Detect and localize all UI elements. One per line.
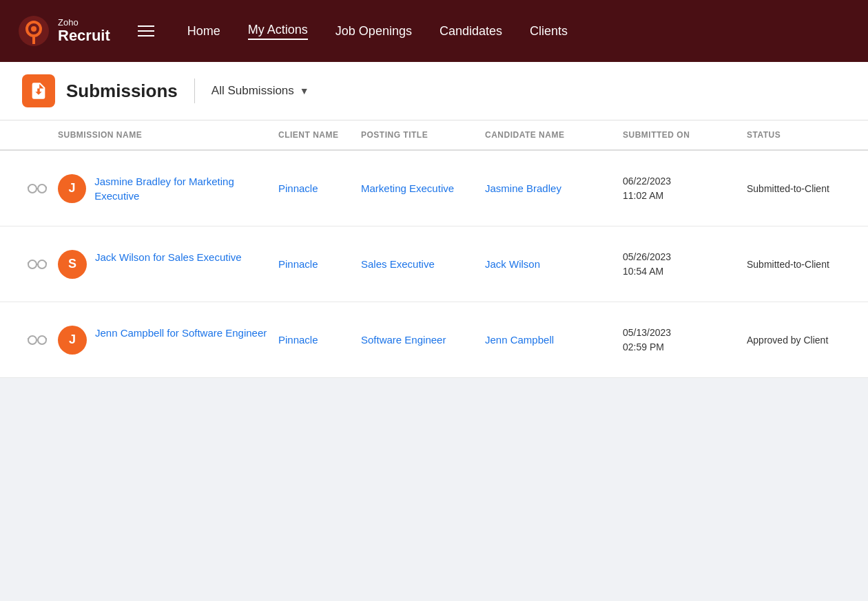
col-header-client-name: CLIENT NAME	[278, 130, 361, 140]
table-header: SUBMISSION NAME CLIENT NAME POSTING TITL…	[0, 120, 868, 151]
table-row: S Jack Wilson for Sales Executive Pinnac…	[0, 226, 868, 302]
col-header-candidate-name: CANDIDATE NAME	[485, 130, 623, 140]
logo-recruit: Recruit	[58, 28, 110, 44]
col-header-status: STATUS	[747, 130, 868, 140]
submissions-icon	[22, 74, 55, 107]
nav-my-actions[interactable]: My Actions	[248, 23, 308, 40]
submission-link-3[interactable]: Jenn Campbell for Software Engineer	[95, 326, 267, 340]
col-header-posting-title: POSTING TITLE	[361, 130, 485, 140]
client-link-1[interactable]: Pinnacle	[278, 182, 318, 194]
submissions-table: SUBMISSION NAME CLIENT NAME POSTING TITL…	[0, 120, 868, 378]
client-name-1: Pinnacle	[278, 181, 361, 196]
svg-point-9	[28, 260, 37, 268]
status-1: Submitted-to-Client	[747, 183, 868, 194]
name-cell-2: S Jack Wilson for Sales Executive	[58, 250, 278, 279]
nav-clients[interactable]: Clients	[530, 24, 568, 39]
avatar-2: S	[58, 250, 87, 279]
status-3: Approved by Client	[747, 335, 868, 346]
svg-point-14	[28, 336, 37, 344]
candidate-link-1[interactable]: Jasmine Bradley	[485, 182, 561, 194]
nav-links: Home My Actions Job Openings Candidates …	[187, 23, 851, 40]
logo: Zoho Recruit	[17, 14, 110, 48]
col-header-submitted-on: SUBMITTED ON	[623, 130, 747, 140]
posting-link-2[interactable]: Sales Executive	[361, 258, 435, 270]
col-header-icon	[17, 130, 58, 140]
submission-link-2[interactable]: Jack Wilson for Sales Executive	[95, 250, 242, 264]
candidate-link-2[interactable]: Jack Wilson	[485, 258, 540, 270]
filter-label: All Submissions	[211, 84, 294, 98]
svg-point-15	[38, 336, 46, 344]
submitted-date-3: 05/13/2023	[623, 326, 747, 340]
submitted-time-3: 02:59 PM	[623, 340, 747, 355]
svg-point-10	[38, 260, 46, 268]
svg-point-4	[28, 184, 37, 193]
header-divider	[194, 78, 195, 103]
page-title: Submissions	[66, 81, 178, 102]
svg-point-3	[31, 26, 37, 32]
submission-link-1[interactable]: Jasmine Bradley for Marketing Executive	[94, 174, 278, 203]
svg-point-5	[38, 184, 46, 193]
candidate-link-3[interactable]: Jenn Campbell	[485, 334, 554, 346]
glasses-icon[interactable]	[17, 335, 58, 346]
client-link-2[interactable]: Pinnacle	[278, 258, 318, 270]
table-row: J Jasmine Bradley for Marketing Executiv…	[0, 151, 868, 226]
submitted-date-1: 06/22/2023	[623, 174, 747, 189]
submitted-time-2: 10:54 AM	[623, 264, 747, 279]
candidate-name-2: Jack Wilson	[485, 257, 623, 271]
logo-zoho: Zoho	[58, 18, 110, 28]
hamburger-menu[interactable]	[138, 25, 154, 36]
page-header: Submissions All Submissions ▼	[0, 62, 868, 120]
client-name-2: Pinnacle	[278, 257, 361, 271]
submitted-on-1: 06/22/2023 11:02 AM	[623, 174, 747, 203]
submitted-on-3: 05/13/2023 02:59 PM	[623, 326, 747, 355]
status-2: Submitted-to-Client	[747, 259, 868, 270]
posting-link-3[interactable]: Software Engineer	[361, 334, 446, 346]
nav-job-openings[interactable]: Job Openings	[335, 24, 412, 39]
client-link-3[interactable]: Pinnacle	[278, 334, 318, 346]
glasses-icon[interactable]	[17, 259, 58, 270]
name-cell-3: J Jenn Campbell for Software Engineer	[58, 326, 278, 355]
col-header-submission-name: SUBMISSION NAME	[58, 130, 278, 140]
logo-text: Zoho Recruit	[58, 18, 110, 44]
posting-title-1: Marketing Executive	[361, 181, 485, 196]
nav-candidates[interactable]: Candidates	[440, 24, 502, 39]
chevron-down-icon: ▼	[300, 85, 309, 96]
client-name-3: Pinnacle	[278, 333, 361, 347]
filter-dropdown[interactable]: All Submissions ▼	[211, 84, 309, 98]
glasses-icon[interactable]	[17, 183, 58, 194]
avatar-1: J	[58, 174, 86, 203]
posting-title-2: Sales Executive	[361, 257, 485, 271]
submitted-on-2: 05/26/2023 10:54 AM	[623, 250, 747, 279]
avatar-3: J	[58, 326, 87, 355]
posting-title-3: Software Engineer	[361, 333, 485, 347]
nav-home[interactable]: Home	[187, 24, 220, 39]
candidate-name-1: Jasmine Bradley	[485, 181, 623, 196]
navbar: Zoho Recruit Home My Actions Job Opening…	[0, 0, 868, 62]
submitted-date-2: 05/26/2023	[623, 250, 747, 264]
posting-link-1[interactable]: Marketing Executive	[361, 182, 454, 194]
submitted-time-1: 11:02 AM	[623, 189, 747, 203]
table-row: J Jenn Campbell for Software Engineer Pi…	[0, 302, 868, 378]
candidate-name-3: Jenn Campbell	[485, 333, 623, 347]
name-cell-1: J Jasmine Bradley for Marketing Executiv…	[58, 174, 278, 203]
